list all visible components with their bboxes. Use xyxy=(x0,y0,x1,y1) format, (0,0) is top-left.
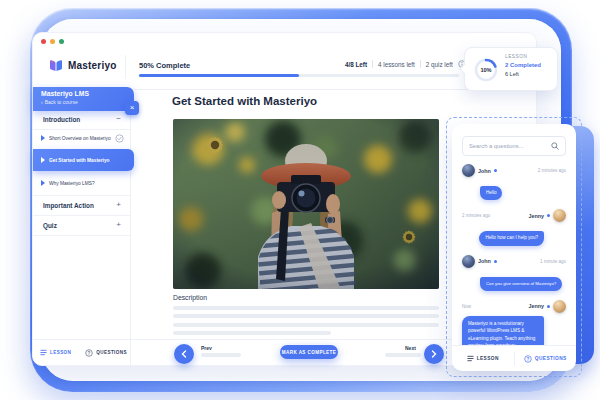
avatar-jenny xyxy=(553,300,566,313)
sidebar-divider xyxy=(33,129,131,130)
question-icon: ? xyxy=(85,349,93,357)
stat-separator xyxy=(372,60,373,68)
stat-separator xyxy=(420,60,421,68)
chevron-left-icon: ‹ xyxy=(41,99,43,105)
chevron-right-icon xyxy=(431,350,437,358)
skeleton-line xyxy=(173,323,439,327)
course-stats: 4/8 Left 4 lessons left 2 quiz left xyxy=(345,60,466,68)
questions-panel: John 2 minutes ago Hello 2 minutes ago J… xyxy=(452,124,576,371)
window-controls xyxy=(41,39,64,44)
online-dot-icon xyxy=(547,214,550,217)
sender-name: Jenny xyxy=(528,213,544,219)
svg-text:?: ? xyxy=(526,356,529,361)
section-introduction[interactable]: Introduction − xyxy=(33,113,131,125)
header-divider xyxy=(125,55,126,79)
svg-text:10%: 10% xyxy=(480,67,491,73)
tooltip-remaining: 6 Left xyxy=(505,71,541,77)
lesson-item-why-masteriyo[interactable]: Why Masteriyo LMS? xyxy=(33,176,131,190)
timestamp: 2 minutes ago xyxy=(538,168,566,173)
chat-bubble: Masteriyo is a revolutionary powerful Wo… xyxy=(462,316,544,345)
progress-tooltip: 10% LESSON 2 Completed 6 Left xyxy=(464,47,558,91)
question-search[interactable] xyxy=(462,136,566,156)
course-progress-fill xyxy=(139,74,299,77)
masteriyo-logo-icon xyxy=(49,59,63,72)
chevron-left-icon xyxy=(181,350,187,358)
tab-lesson[interactable]: LESSON xyxy=(33,349,78,356)
check-circle-icon xyxy=(115,134,124,143)
stat-quiz-left: 2 quiz left xyxy=(426,61,453,68)
chat-bubble: Hello xyxy=(480,186,502,200)
online-dot-icon xyxy=(547,305,550,308)
course-title-card: Masteriyo LMS ‹ Back to course xyxy=(33,87,134,111)
question-icon: ? xyxy=(524,355,532,363)
sender-name: John xyxy=(478,258,491,264)
skeleton-line xyxy=(201,353,241,357)
chat-message: Now Jenny Masteriyo is a revolutionary p… xyxy=(462,300,566,345)
search-input[interactable] xyxy=(469,143,547,149)
skeleton-line xyxy=(173,306,439,310)
screenshot-canvas: Masteriyo 50% Complete 4/8 Left 4 lesson… xyxy=(0,0,600,400)
skeleton-line xyxy=(385,353,421,357)
online-dot-icon xyxy=(494,260,497,263)
prev-lesson-button[interactable] xyxy=(174,344,194,364)
chat-message: John 1 minute ago Can you give overview … xyxy=(462,255,566,291)
description-label: Description xyxy=(173,294,207,301)
skeleton-line xyxy=(173,331,331,335)
course-progress-bar xyxy=(139,74,459,77)
expand-icon[interactable]: + xyxy=(116,201,121,209)
chat-message: John 2 minutes ago Hello xyxy=(462,164,566,200)
play-icon xyxy=(41,180,45,186)
mark-as-complete-button[interactable]: MARK AS COMPLETE xyxy=(280,345,338,359)
avatar-jenny xyxy=(553,209,566,222)
tab-questions[interactable]: ? QUESTIONS xyxy=(515,355,577,363)
sidebar-footer-tabs: LESSON ? QUESTIONS xyxy=(33,340,131,365)
skeleton-line xyxy=(173,314,439,318)
tab-questions[interactable]: ? QUESTIONS xyxy=(78,349,134,357)
progress-ring: 10% xyxy=(473,57,499,87)
timestamp: Now xyxy=(462,304,471,309)
prev-label: Prev xyxy=(201,345,212,351)
section-important-action[interactable]: Important Action + xyxy=(33,197,131,213)
stat-lessons-left: 4 lessons left xyxy=(378,61,415,68)
collapse-icon[interactable]: − xyxy=(116,115,121,123)
tab-lesson[interactable]: LESSON xyxy=(452,355,514,362)
course-title: Masteriyo LMS xyxy=(41,90,126,97)
timestamp: 2 minutes ago xyxy=(462,213,490,218)
list-icon xyxy=(40,349,47,356)
chat-footer-tabs: LESSON ? QUESTIONS xyxy=(452,345,576,371)
chat-bubble: Hello how can I help you? xyxy=(479,231,544,245)
section-quiz[interactable]: Quiz + xyxy=(33,217,131,233)
close-window-icon[interactable] xyxy=(41,39,46,44)
online-dot-icon xyxy=(494,169,497,172)
avatar-john xyxy=(462,164,475,177)
sidebar-divider xyxy=(33,215,131,216)
lesson-image xyxy=(173,119,439,289)
lesson-item-short-overview[interactable]: Short Overview on Masteriyo xyxy=(33,131,131,145)
play-icon xyxy=(41,135,45,141)
tooltip-title: LESSON xyxy=(505,54,541,59)
chat-message: 2 minutes ago Jenny Hello how can I help… xyxy=(462,209,566,245)
sender-name: Jenny xyxy=(528,303,544,309)
lesson-item-get-started-active[interactable]: Get Started with Masteriyo xyxy=(33,149,134,171)
maximize-window-icon[interactable] xyxy=(59,39,64,44)
minimize-window-icon[interactable] xyxy=(50,39,55,44)
search-icon xyxy=(551,142,559,150)
sender-name: John xyxy=(478,168,491,174)
lesson-title: Get Started with Masteriyo xyxy=(172,95,317,107)
avatar-john xyxy=(462,255,475,268)
list-icon xyxy=(467,355,474,362)
course-progress-label: 50% Complete xyxy=(139,61,190,70)
sidebar-divider xyxy=(33,195,131,196)
expand-icon[interactable]: + xyxy=(116,221,121,229)
close-sidebar-button[interactable]: × xyxy=(125,101,139,115)
next-label: Next xyxy=(405,345,416,351)
play-icon xyxy=(41,157,45,163)
chat-bubble: Can you give overview of Masteriyo? xyxy=(480,277,562,291)
logo-text: Masteriyo xyxy=(68,60,117,71)
svg-text:?: ? xyxy=(88,350,91,355)
message-list: John 2 minutes ago Hello 2 minutes ago J… xyxy=(452,156,576,345)
stat-left-count: 4/8 Left xyxy=(345,61,367,68)
back-to-course-link[interactable]: ‹ Back to course xyxy=(41,99,126,105)
tooltip-completed: 2 Completed xyxy=(505,62,541,68)
next-lesson-button[interactable] xyxy=(424,344,444,364)
